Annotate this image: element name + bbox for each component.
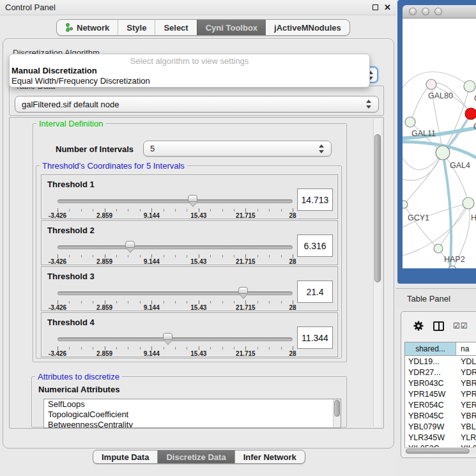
tab-impute-data[interactable]: Impute Data [93,450,157,463]
cell-shared-name[interactable]: YDL19... [405,356,456,367]
table-row[interactable]: YDR27...YDR2 [405,367,476,378]
cell-name[interactable]: YDR2 [456,367,476,378]
cell-name[interactable]: YER0 [456,399,476,410]
network-icon [65,23,73,32]
network-node[interactable] [436,146,450,160]
threshold-slider-track[interactable] [58,199,293,203]
float-window-icon[interactable] [372,4,378,10]
checkbox-filter-icons[interactable]: ☑☑ [453,321,468,330]
table-row[interactable]: YPR145WYPR1 [405,388,476,399]
close-icon[interactable]: ✕ [384,3,391,12]
cell-name[interactable]: YBR0 [456,410,476,421]
table-row[interactable]: YBR045CYBR0 [405,410,476,421]
table-row[interactable]: YLR345WYLR3 [405,432,476,443]
table-data-combobox[interactable]: galFiltered.sif default node [15,96,379,112]
network-node-label: GAL11 [411,129,436,138]
cell-name[interactable]: YBR0 [456,378,476,388]
slider-tick [128,301,128,303]
threshold-slider-handle[interactable] [188,195,197,202]
cell-name[interactable]: YDL1 [456,356,476,367]
slider-tick-label: 9.144 [144,350,160,357]
cell-shared-name[interactable]: YPR145W [405,388,456,399]
close-traffic-light[interactable] [409,8,417,15]
network-node[interactable] [465,108,476,119]
threshold-slider-track[interactable] [58,291,293,295]
minimize-traffic-light[interactable] [422,8,429,15]
table-row[interactable]: YDL19...YDL1 [405,356,476,367]
cell-shared-name[interactable]: YBL079W [405,421,456,432]
threshold-value-field[interactable]: 6.316 [297,234,333,257]
table-hscrollbar-thumb[interactable] [406,449,470,454]
tab-discretize-data[interactable]: Discretize Data [157,450,234,463]
columns-icon[interactable] [433,321,444,331]
slider-tick [140,255,141,257]
tab-network[interactable]: Network [57,20,118,35]
threshold-slider-handle[interactable] [238,287,248,294]
number-of-intervals-spinner[interactable]: 5 [143,141,332,157]
column-header-shared-name[interactable]: shared... [405,342,456,355]
attribute-list-item[interactable]: TopologicalCoefficient [44,410,341,420]
cell-name[interactable]: YBL0 [456,421,476,432]
gear-icon[interactable] [413,320,424,332]
network-node-label: GAL4 [450,161,470,170]
table-hscrollbar [404,447,476,454]
threshold-label: Threshold 1 [47,180,95,189]
tab-label: Select [164,23,188,33]
slider-tick [81,347,82,349]
column-header-name[interactable]: na [456,342,476,355]
network-edge[interactable] [404,153,443,204]
network-node[interactable] [426,79,436,89]
tab-infer-network[interactable]: Infer Network [234,450,305,463]
settings-scrollbar-thumb[interactable] [374,134,381,282]
network-canvas[interactable]: GAL80GCGAL11GAL4GCY1HHAP2 [403,19,476,268]
threshold-value-field[interactable]: 21.4 [297,280,333,303]
network-node[interactable] [463,197,474,209]
network-node[interactable] [464,81,475,92]
threshold-slider-handle[interactable] [125,241,135,248]
network-node[interactable] [434,244,443,253]
zoom-traffic-light[interactable] [434,8,442,15]
slider-tick-label: 9.144 [144,258,160,265]
tab-select[interactable]: Select [155,20,196,35]
tab-jactivemnodules[interactable]: jActiveMNodules [266,20,349,35]
attributes-group: Attributes to discretize Numerical Attri… [31,376,347,427]
cell-shared-name[interactable]: YER054C [405,399,456,410]
attribute-list-item[interactable]: BetweennessCentrality [44,420,341,428]
slider-tick [269,347,270,349]
attributes-scrollbar-thumb[interactable] [334,400,340,417]
algorithm-option[interactable]: Manual Discretization [10,66,369,76]
threshold-value-field[interactable]: 11.344 [297,326,333,349]
tab-cyni-toolbox[interactable]: Cyni Toolbox [197,20,266,35]
threshold-label: Threshold 4 [47,318,95,327]
tab-style[interactable]: Style [118,20,155,35]
network-node[interactable] [405,117,415,127]
slider-tick [234,301,234,303]
algorithm-option[interactable]: Equal Width/Frequency Discretization [10,76,369,86]
table-row[interactable]: YBL079WYBL0 [405,421,476,432]
slider-tick [116,255,117,257]
combo-arrows-icon [366,100,372,109]
threshold-slider-track[interactable] [58,337,293,341]
network-node[interactable] [403,201,408,208]
cell-shared-name[interactable]: YDR27... [405,367,456,378]
cell-name[interactable]: YPR1 [456,388,476,399]
network-edge[interactable] [410,84,431,122]
threshold-slider-track[interactable] [58,245,293,249]
table-header-row: shared... na [405,342,476,356]
slider-tick [69,301,70,303]
cell-name[interactable]: YLR3 [456,432,476,443]
cell-shared-name[interactable]: YBR043C [405,378,456,388]
tab-label: Cyni Toolbox [206,23,257,33]
table-row[interactable]: YER054CYER0 [405,399,476,410]
threshold-slider-handle[interactable] [163,333,173,340]
table-row[interactable]: YBR043CYBR0 [405,378,476,388]
network-node-label: GAL80 [428,91,453,100]
cell-shared-name[interactable]: YBR045C [405,410,456,421]
threshold-value-field[interactable]: 14.713 [297,188,333,211]
slider-tick [116,301,117,303]
attribute-list-item[interactable]: SelfLoops [44,399,341,410]
slider-tick [69,347,70,349]
cell-shared-name[interactable]: YLR345W [405,432,456,443]
bottom-tabbar: Impute Data Discretize Data Infer Networ… [93,450,305,464]
slider-tick [234,209,234,211]
